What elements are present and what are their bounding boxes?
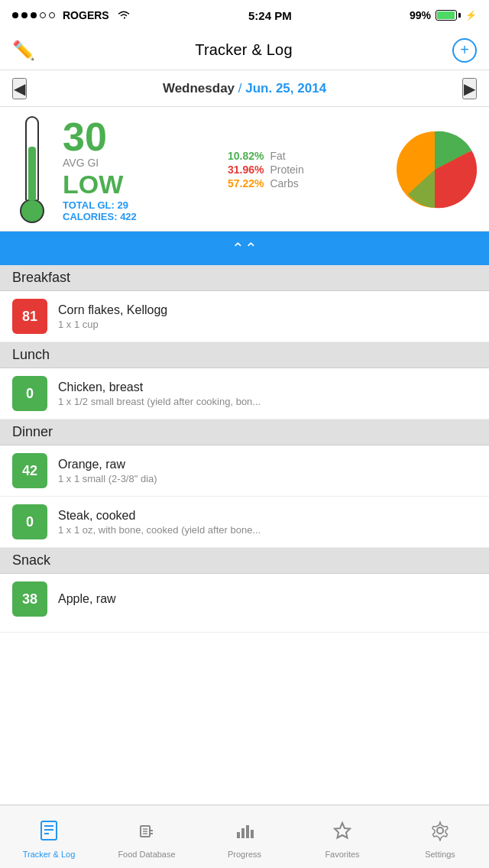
snack-header: Snack xyxy=(0,548,489,574)
tab-favorites[interactable]: Favorites xyxy=(293,805,391,868)
macro-info: 10.82% Fat 31.96% Protein 57.22% Carbs xyxy=(228,150,387,189)
signal-dot-3 xyxy=(31,12,37,18)
table-row[interactable]: 38 Apple, raw xyxy=(0,574,489,633)
food-details: Corn flakes, Kellogg 1 x 1 cup xyxy=(58,303,477,330)
table-row[interactable]: 0 Steak, cooked 1 x 1 oz, with bone, coo… xyxy=(0,497,489,548)
breakfast-header: Breakfast xyxy=(0,265,489,291)
therm-fill xyxy=(28,147,36,200)
slash: / xyxy=(235,81,245,96)
food-database-icon xyxy=(136,820,157,847)
progress-icon xyxy=(234,820,255,847)
food-details: Steak, cooked 1 x 1 oz, with bone, cooke… xyxy=(58,509,477,536)
status-bar: ROGERS 5:24 PM 99% ⚡ xyxy=(0,0,489,31)
food-details: Chicken, breast 1 x 1/2 small breast (yi… xyxy=(58,381,477,407)
battery-area: 99% ⚡ xyxy=(410,9,477,21)
collapse-icon: ⌃⌃ xyxy=(232,241,257,256)
signal-dot-4 xyxy=(40,12,46,18)
food-name: Corn flakes, Kellogg xyxy=(58,303,477,317)
battery-pct: 99% xyxy=(410,9,431,21)
svg-rect-13 xyxy=(246,825,249,838)
tab-settings-label: Settings xyxy=(425,850,455,859)
thermometer xyxy=(12,116,52,223)
tab-settings[interactable]: Settings xyxy=(391,805,489,868)
plus-icon: + xyxy=(460,41,469,59)
nav-bar: ✏️ Tracker & Log + xyxy=(0,31,489,70)
prev-day-button[interactable]: ◀ xyxy=(12,78,27,99)
carbs-pct: 57.22% xyxy=(228,177,264,189)
food-name: Orange, raw xyxy=(58,458,477,471)
meal-list: Breakfast 81 Corn flakes, Kellogg 1 x 1 … xyxy=(0,265,489,807)
gi-badge: 0 xyxy=(12,376,47,411)
lunch-header: Lunch xyxy=(0,342,489,368)
svg-rect-11 xyxy=(237,832,240,838)
food-details: Apple, raw xyxy=(58,592,477,606)
signal-dot-5 xyxy=(49,12,55,18)
total-gl: TOTAL GL: 29 xyxy=(63,199,222,211)
fat-label: Fat xyxy=(270,150,285,162)
carbs-label: Carbs xyxy=(270,177,298,189)
svg-rect-14 xyxy=(251,830,254,838)
tab-tracker-label: Tracker & Log xyxy=(23,850,76,859)
fat-row: 10.82% Fat xyxy=(228,150,387,162)
status-time: 5:24 PM xyxy=(248,9,292,22)
food-serving: 1 x 1 small (2-3/8" dia) xyxy=(58,473,477,484)
tab-progress[interactable]: Progress xyxy=(196,805,293,868)
settings-icon xyxy=(429,820,451,847)
tab-food-database[interactable]: Food Database xyxy=(98,805,196,868)
food-serving: 1 x 1/2 small breast (yield after cookin… xyxy=(58,396,477,407)
protein-label: Protein xyxy=(270,164,303,176)
total-gl-value: 29 xyxy=(118,199,128,211)
table-row[interactable]: 42 Orange, raw 1 x 1 small (2-3/8" dia) xyxy=(0,445,489,497)
svg-rect-12 xyxy=(241,828,244,838)
next-day-button[interactable]: ▶ xyxy=(462,78,477,99)
gi-info: 30 AVG GI LOW TOTAL GL: 29 CALORIES: 422 xyxy=(63,117,222,222)
tab-tracker[interactable]: Tracker & Log xyxy=(0,805,98,868)
gi-badge: 38 xyxy=(12,581,47,617)
carbs-row: 57.22% Carbs xyxy=(228,177,387,189)
nav-title: Tracker & Log xyxy=(195,41,292,59)
table-row[interactable]: 81 Corn flakes, Kellogg 1 x 1 cup xyxy=(0,291,489,342)
carrier-label: ROGERS xyxy=(63,9,109,21)
macro-pie-chart xyxy=(393,128,477,212)
day-label: Wednesday xyxy=(163,81,235,96)
date-display: Wednesday / Jun. 25, 2014 xyxy=(163,81,326,96)
edit-icon[interactable]: ✏️ xyxy=(12,40,35,61)
tab-bar: Tracker & Log Food Database Progress xyxy=(0,805,489,868)
gi-badge: 81 xyxy=(12,299,47,334)
charging-bolt: ⚡ xyxy=(465,10,477,21)
add-button[interactable]: + xyxy=(452,38,477,63)
calories-value: 422 xyxy=(120,211,137,222)
dinner-header: Dinner xyxy=(0,419,489,445)
table-row[interactable]: 0 Chicken, breast 1 x 1/2 small breast (… xyxy=(0,368,489,419)
total-gl-label: TOTAL GL: xyxy=(63,199,115,211)
food-name: Chicken, breast xyxy=(58,381,477,394)
tracker-icon xyxy=(38,820,60,847)
collapse-bar[interactable]: ⌃⌃ xyxy=(0,232,489,265)
date-label: Jun. 25, 2014 xyxy=(245,81,326,96)
date-bar: ◀ Wednesday / Jun. 25, 2014 ▶ xyxy=(0,70,489,107)
gi-badge: 0 xyxy=(12,504,47,539)
battery-icon xyxy=(436,10,461,21)
favorites-icon xyxy=(332,820,353,847)
therm-bulb xyxy=(20,199,44,223)
carrier-signal: ROGERS xyxy=(12,9,131,22)
therm-tube xyxy=(25,116,39,200)
avg-gi-value: 30 xyxy=(63,117,222,157)
food-name: Steak, cooked xyxy=(58,509,477,523)
tab-favorites-label: Favorites xyxy=(325,850,359,859)
tab-food-database-label: Food Database xyxy=(118,850,175,859)
calories: CALORIES: 422 xyxy=(63,211,222,222)
svg-point-16 xyxy=(437,828,443,834)
signal-dot-1 xyxy=(12,12,18,18)
calories-label: CALORIES: xyxy=(63,211,118,222)
protein-pct: 31.96% xyxy=(228,164,264,176)
food-name: Apple, raw xyxy=(58,592,477,606)
fat-pct: 10.82% xyxy=(228,150,264,162)
avg-gi-label: AVG GI xyxy=(63,157,222,169)
food-details: Orange, raw 1 x 1 small (2-3/8" dia) xyxy=(58,458,477,484)
summary-panel: 30 AVG GI LOW TOTAL GL: 29 CALORIES: 422… xyxy=(0,107,489,232)
gi-level: LOW xyxy=(63,170,222,199)
gi-badge: 42 xyxy=(12,453,47,488)
signal-dot-2 xyxy=(21,12,28,18)
food-serving: 1 x 1 cup xyxy=(58,319,477,330)
